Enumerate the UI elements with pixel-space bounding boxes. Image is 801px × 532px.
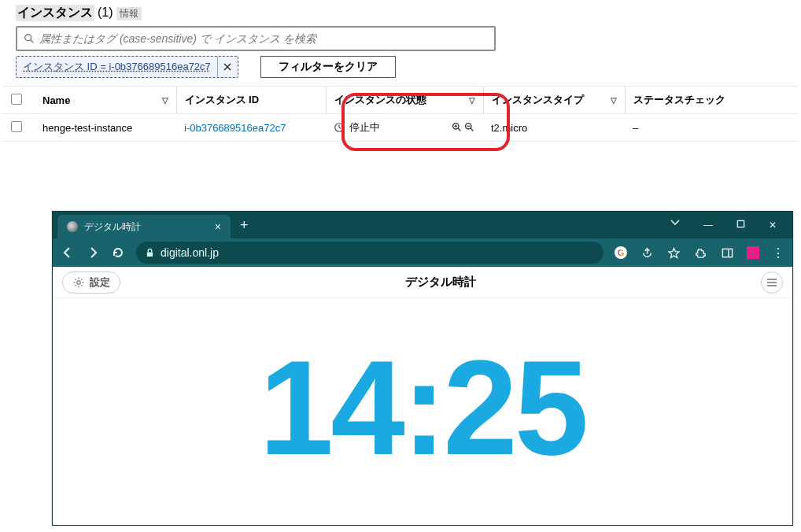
svg-rect-13	[147, 252, 153, 257]
tab-title: デジタル時計	[84, 220, 141, 234]
minimize-button[interactable]: —	[703, 220, 713, 231]
zoom-out-icon[interactable]	[464, 122, 475, 133]
extensions-icon[interactable]	[693, 246, 707, 260]
search-icon	[24, 33, 35, 44]
instances-table: Name▽ インスタンス ID インスタンスの状態▽ インスタンスタイプ▽ ステ…	[3, 86, 798, 142]
svg-rect-12	[737, 220, 744, 227]
instance-count: (1)	[98, 6, 113, 20]
url-bar[interactable]: digital.onl.jp	[136, 242, 604, 264]
settings-label: 設定	[90, 275, 110, 290]
info-badge[interactable]: 情報	[116, 7, 142, 20]
cell-type: t2.micro	[483, 114, 625, 142]
svg-point-0	[25, 35, 31, 41]
row-checkbox[interactable]	[11, 121, 22, 132]
col-type[interactable]: インスタンスタイプ	[492, 94, 584, 105]
google-icon[interactable]: G	[615, 246, 627, 259]
col-status-check[interactable]: ステータスチェック	[633, 94, 725, 105]
sort-caret-icon[interactable]: ▽	[162, 96, 168, 105]
reload-button[interactable]	[111, 246, 125, 260]
aws-header: インスタンス (1) 情報	[3, 0, 798, 23]
menu-button[interactable]: ⋮	[772, 246, 784, 260]
zoom-in-icon[interactable]	[452, 122, 463, 133]
sort-caret-icon[interactable]: ▽	[469, 96, 475, 105]
address-bar: digital.onl.jp G ⋮	[53, 238, 792, 267]
table-row[interactable]: henge-test-instance i-0b376689516ea72c7 …	[3, 114, 798, 142]
instance-id-link[interactable]: i-0b376689516ea72c7	[184, 122, 286, 134]
sidepanel-icon[interactable]	[720, 246, 734, 260]
browser-tab[interactable]: デジタル時計 ×	[57, 215, 231, 238]
clock-icon	[334, 122, 345, 133]
search-input[interactable]	[39, 32, 488, 45]
lock-icon	[146, 248, 154, 258]
search-box[interactable]	[16, 26, 496, 51]
cell-state: 停止中	[349, 120, 380, 135]
svg-line-1	[31, 40, 34, 43]
svg-rect-14	[722, 249, 732, 257]
tab-search-button[interactable]	[670, 220, 680, 231]
aws-console-panel: インスタンス (1) 情報 インスタンス ID = i-0b376689516e…	[0, 0, 801, 142]
svg-line-6	[458, 128, 460, 131]
select-all-checkbox[interactable]	[11, 94, 22, 105]
col-state[interactable]: インスタンスの状態	[334, 94, 426, 105]
settings-button[interactable]: 設定	[62, 272, 120, 294]
sort-caret-icon[interactable]: ▽	[611, 96, 617, 105]
page-heading: デジタル時計	[120, 275, 761, 290]
remove-filter-button[interactable]	[217, 57, 238, 77]
col-name[interactable]: Name	[42, 94, 70, 106]
url-text: digital.onl.jp	[161, 246, 219, 259]
new-tab-button[interactable]: +	[231, 217, 258, 234]
hamburger-menu-button[interactable]	[761, 272, 783, 294]
clear-filters-button[interactable]: フィルターをクリア	[260, 56, 396, 78]
share-icon[interactable]	[640, 246, 654, 260]
page-title: インスタンス	[16, 5, 94, 21]
back-button[interactable]	[61, 246, 75, 260]
favicon-icon	[67, 221, 78, 232]
bookmark-star-icon[interactable]	[666, 246, 681, 260]
gear-icon	[72, 276, 85, 289]
col-instance-id[interactable]: インスタンス ID	[185, 94, 260, 105]
profile-avatar[interactable]	[747, 246, 759, 259]
clock-display: 14:25	[53, 298, 792, 517]
close-window-button[interactable]: ✕	[769, 220, 777, 231]
maximize-button[interactable]	[736, 220, 745, 231]
close-tab-button[interactable]: ×	[215, 220, 221, 233]
tab-bar: デジタル時計 × + — ✕	[53, 212, 792, 238]
filter-chip-text: インスタンス ID = i-0b376689516ea72c7	[17, 60, 217, 74]
cell-name: henge-test-instance	[35, 114, 176, 142]
filter-chip[interactable]: インスタンス ID = i-0b376689516ea72c7	[16, 56, 238, 78]
browser-window: デジタル時計 × + — ✕ digital.onl.jp G ⋮	[52, 211, 793, 526]
svg-point-16	[77, 280, 80, 283]
svg-line-10	[471, 128, 473, 131]
cell-status-check: –	[625, 114, 798, 142]
forward-button[interactable]	[86, 246, 100, 260]
page-toolbar: 設定 デジタル時計	[53, 267, 792, 298]
clock-time: 14:25	[260, 331, 586, 485]
